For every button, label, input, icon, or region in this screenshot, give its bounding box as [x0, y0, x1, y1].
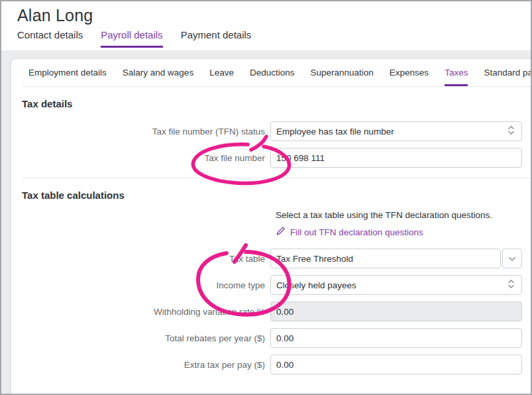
income-type-row: Income type Closely held payees	[11, 275, 531, 295]
fill-out-tfn-declaration-link[interactable]: Fill out TFN declaration questions	[276, 226, 531, 239]
total-rebates-row: Total rebates per year ($)	[11, 328, 531, 348]
tax-table-input[interactable]	[270, 249, 501, 268]
section-divider	[22, 178, 531, 178]
tax-table-label: Tax table	[11, 254, 270, 264]
tfn-status-label: Tax file number (TFN) status	[11, 127, 270, 137]
tfn-label: Tax file number	[11, 153, 270, 163]
extra-tax-row: Extra tax per pay ($)	[11, 355, 531, 374]
income-type-label: Income type	[11, 280, 270, 290]
pencil-icon	[276, 226, 286, 239]
tab-contact-details[interactable]: Contact details	[17, 29, 83, 48]
tab-expenses[interactable]: Expenses	[390, 68, 429, 86]
chevron-updown-icon	[507, 278, 515, 292]
tab-leave[interactable]: Leave	[209, 68, 234, 86]
tab-payroll-details[interactable]: Payroll details	[101, 29, 162, 48]
tfn-status-select[interactable]: Employee has tax file number	[270, 121, 522, 141]
extra-tax-label: Extra tax per pay ($)	[11, 360, 270, 370]
withholding-variation-row: Withholding variation rate %	[11, 302, 531, 321]
app-window: Alan Long Contact details Payroll detail…	[0, 0, 532, 395]
fill-out-tfn-declaration-label: Fill out TFN declaration questions	[290, 227, 423, 237]
tab-standard-pay[interactable]: Standard pa	[484, 68, 531, 86]
content-background: Employment details Salary and wages Leav…	[1, 51, 531, 394]
main-tab-bar: Contact details Payroll details Payment …	[17, 29, 531, 48]
tab-salary-and-wages[interactable]: Salary and wages	[123, 68, 193, 86]
withholding-variation-label: Withholding variation rate %	[11, 307, 270, 317]
tfn-status-row: Tax file number (TFN) status Employee ha…	[11, 121, 531, 141]
tfn-row: Tax file number	[11, 148, 531, 168]
tax-table-helper-text: Select a tax table using the TFN declara…	[276, 210, 531, 220]
tax-details-heading: Tax details	[22, 98, 531, 109]
income-type-value: Closely held payees	[276, 280, 507, 290]
tab-taxes[interactable]: Taxes	[445, 68, 468, 86]
chevron-updown-icon	[507, 125, 515, 138]
tab-deductions[interactable]: Deductions	[250, 68, 295, 86]
extra-tax-input[interactable]	[270, 355, 522, 374]
page-title: Alan Long	[17, 6, 531, 25]
income-type-select[interactable]: Closely held payees	[270, 275, 522, 295]
tfn-input[interactable]	[270, 148, 522, 168]
payroll-details-card: Employment details Salary and wages Leav…	[11, 58, 531, 394]
payroll-sub-tab-bar: Employment details Salary and wages Leav…	[22, 59, 531, 87]
tax-table-calculations-heading: Tax table calculations	[22, 190, 531, 201]
tab-payment-details[interactable]: Payment details	[181, 29, 252, 48]
total-rebates-label: Total rebates per year ($)	[11, 333, 270, 343]
chevron-down-icon	[508, 253, 516, 264]
total-rebates-input[interactable]	[270, 328, 522, 348]
tab-superannuation[interactable]: Superannuation	[310, 68, 373, 86]
tax-table-row: Tax table	[11, 249, 531, 268]
tfn-status-value: Employee has tax file number	[276, 127, 507, 137]
withholding-variation-input	[270, 302, 522, 321]
tax-table-dropdown-button[interactable]	[502, 249, 522, 268]
tab-employment-details[interactable]: Employment details	[28, 68, 107, 86]
employee-header: Alan Long Contact details Payroll detail…	[1, 1, 531, 51]
